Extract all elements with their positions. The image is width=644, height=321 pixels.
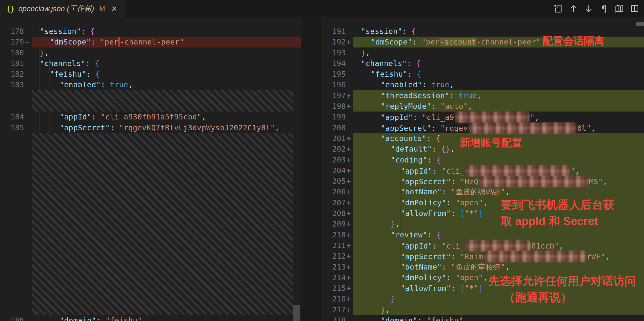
line-number: 206+ <box>322 187 353 197</box>
code-line[interactable]: "dmScope": "per-account-channel-peer" <box>353 37 644 47</box>
code-line[interactable]: "session": { <box>353 26 644 37</box>
line-number: 210+ <box>322 230 353 240</box>
whitespace-button[interactable]: ¶ <box>598 3 610 15</box>
code-line[interactable]: "review": { <box>353 230 644 240</box>
code-token: "feishu" <box>106 316 142 321</box>
code-token: , <box>395 220 400 228</box>
code-token: "cli_a930fb91a5f95cbd" <box>101 112 202 121</box>
line-number: 208+ <box>322 208 353 219</box>
code-token: " <box>530 113 535 122</box>
code-line[interactable]: "session": { <box>32 26 301 37</box>
code-token: : <box>86 70 96 78</box>
code-token: } <box>391 220 395 228</box>
code-token: : <box>442 188 451 196</box>
code-line[interactable]: "accounts": { <box>353 133 644 144</box>
left-scrollbar-thumb[interactable] <box>293 305 300 321</box>
close-icon[interactable]: × <box>111 4 117 13</box>
code-line[interactable]: "default": {}, <box>353 144 644 154</box>
code-line[interactable]: "enabled": true, <box>353 79 644 90</box>
code-line[interactable]: }, <box>32 48 301 58</box>
code-token: true <box>459 91 477 100</box>
json-file-icon: {} <box>6 5 14 13</box>
code-token: : <box>422 80 431 89</box>
code-line[interactable]: }, <box>353 219 644 229</box>
code-line[interactable]: "appId": "cli_a930fb91a5f95cbd", <box>32 111 301 122</box>
code-token: : <box>101 80 110 89</box>
code-line[interactable]: "threadSession": true, <box>353 90 644 101</box>
tab-openclaw-json[interactable]: {} openclaw.json (工作树) M × <box>0 0 125 17</box>
code-token: "dmScope" <box>371 38 412 46</box>
code-line[interactable]: "feishu": { <box>353 69 644 79</box>
censored-blur <box>466 165 570 177</box>
code-token: "enabled" <box>60 80 101 89</box>
previous-change-icon <box>568 4 578 14</box>
code-line[interactable]: "appSecret": "rqgev0l", <box>353 122 644 133</box>
code-token: , <box>535 113 540 122</box>
line-number: 214+ <box>322 272 353 283</box>
censored-blur <box>480 176 588 187</box>
code-line[interactable]: "appId": "cli_81ccb", <box>353 240 644 251</box>
code-line[interactable]: } <box>353 293 644 304</box>
code-line[interactable]: }, <box>353 304 644 315</box>
code-token: rWF" <box>587 252 605 261</box>
code-token: "dmPolicy" <box>400 198 446 207</box>
code-token: , <box>477 91 482 100</box>
right-gutter: 191192+193194195196197+198+199200201+202… <box>322 17 353 321</box>
indent-guide <box>361 26 361 321</box>
code-token: "rqgev <box>440 124 468 132</box>
collapsed-region-stripes <box>32 133 293 315</box>
line-number: 183 <box>0 79 32 90</box>
code-line[interactable]: "channels": { <box>32 58 301 69</box>
split-editor-button[interactable] <box>629 3 640 15</box>
code-line[interactable]: "dmPolicy": "open", <box>353 197 644 208</box>
code-token: {} <box>441 145 450 153</box>
code-line[interactable]: "appId": "cli_", <box>353 165 644 176</box>
code-line[interactable]: "appSecret": "rqgevKQ7fBlvLj3dvpWysbJ202… <box>32 122 301 133</box>
next-change-button[interactable] <box>583 3 594 15</box>
code-line[interactable]: "dmPolicy": "open", <box>353 272 644 283</box>
code-token: , <box>44 49 49 57</box>
code-line[interactable]: "allowFrom": ["*"] <box>353 208 644 219</box>
censored-blur <box>469 122 576 134</box>
code-token: { <box>436 231 441 239</box>
right-scrollbar-thumb[interactable] <box>636 22 644 26</box>
code-line[interactable]: "appSecret": "RaimrWF", <box>353 251 644 261</box>
code-line[interactable]: "replyMode": "auto", <box>353 101 644 111</box>
censored-blur <box>455 111 529 123</box>
line-number: 209+ <box>322 219 353 229</box>
left-code[interactable]: "session": {"dmScope": "per-channel-peer… <box>32 17 301 321</box>
code-line[interactable]: "feishu": { <box>32 69 301 79</box>
code-line[interactable]: "domain": "feishu", <box>32 315 301 321</box>
code-line[interactable]: }, <box>353 48 644 58</box>
code-token: : <box>408 70 417 78</box>
code-line[interactable]: "botName": "鱼皮的编码虾", <box>353 187 644 197</box>
map-button[interactable] <box>614 3 625 15</box>
right-code[interactable]: "session": {"dmScope": "per-account-chan… <box>353 17 644 321</box>
line-number: 196 <box>322 79 353 90</box>
code-token: , <box>575 167 580 175</box>
line-number: 202+ <box>322 144 353 154</box>
open-file-button[interactable] <box>552 3 564 15</box>
previous-change-button[interactable] <box>568 3 579 15</box>
code-line[interactable]: "domain": "feishu", <box>353 315 644 321</box>
code-token: "channels" <box>40 59 86 68</box>
code-token: : <box>96 316 106 321</box>
line-number: 180 <box>0 48 32 58</box>
code-line[interactable]: "enabled": true, <box>32 79 301 90</box>
code-line[interactable]: "botName": "鱼皮的审核虾", <box>353 262 644 272</box>
code-line[interactable]: "dmScope": "per-channel-peer" <box>32 37 301 47</box>
code-line[interactable]: "coding": { <box>353 154 644 165</box>
code-token: { <box>95 59 100 68</box>
code-token: "per <box>100 38 118 46</box>
code-token: , <box>128 80 133 89</box>
code-line[interactable]: "channels": { <box>353 58 644 69</box>
gutter-gap <box>0 133 32 315</box>
code-token: } <box>361 49 366 57</box>
code-line[interactable]: "allowFrom": ["*"] <box>353 283 644 293</box>
code-token: , <box>386 305 390 314</box>
code-token: true <box>110 80 128 89</box>
code-line[interactable]: "appSecret": "HzQMS", <box>353 176 644 187</box>
code-line[interactable]: "appId": "cli_a9", <box>353 111 644 122</box>
code-token: , <box>275 123 280 132</box>
indent-guide <box>400 161 401 290</box>
